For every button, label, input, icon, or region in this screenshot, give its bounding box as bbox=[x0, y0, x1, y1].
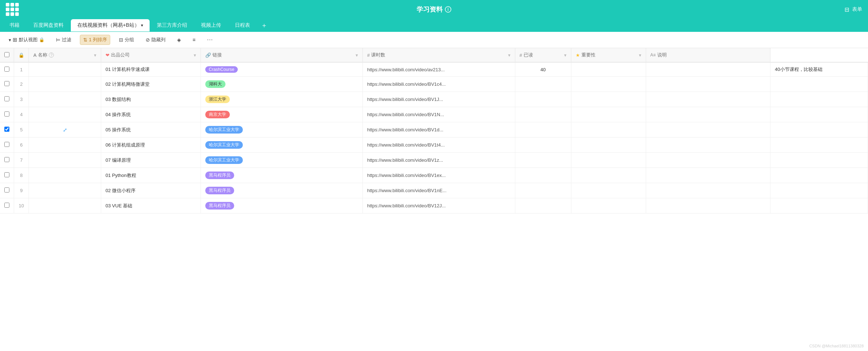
row-importance-cell[interactable] bbox=[646, 183, 770, 198]
row-checkbox[interactable] bbox=[4, 67, 9, 72]
row-checkbox-cell[interactable] bbox=[0, 138, 14, 153]
row-importance-cell[interactable] bbox=[646, 198, 770, 213]
row-checkbox[interactable] bbox=[4, 96, 9, 101]
row-lessons-cell[interactable] bbox=[515, 168, 571, 183]
row-company-cell[interactable]: 黑马程序员 bbox=[201, 198, 362, 213]
read-col-sort-icon[interactable]: ▾ bbox=[564, 52, 567, 58]
row-importance-cell[interactable] bbox=[646, 138, 770, 153]
row-name-cell[interactable]: 01 计算机科学速成课 bbox=[101, 62, 201, 77]
row-read-cell[interactable] bbox=[571, 183, 646, 198]
link-col-sort-icon[interactable]: ▾ bbox=[356, 52, 358, 58]
th-read[interactable]: # 已读 ▾ bbox=[515, 48, 571, 62]
row-lessons-cell[interactable] bbox=[515, 92, 571, 107]
th-link[interactable]: 🔗 链接 ▾ bbox=[201, 48, 362, 62]
row-importance-cell[interactable] bbox=[646, 92, 770, 107]
row-company-cell[interactable]: 哈尔滨工业大学 bbox=[201, 153, 362, 168]
row-importance-cell[interactable] bbox=[646, 77, 770, 92]
row-name-cell[interactable]: 02 计算机网络微课堂 bbox=[101, 77, 201, 92]
tab-third[interactable]: 第三方库介绍 bbox=[150, 19, 194, 31]
group-button[interactable]: ⊟ 分组 bbox=[116, 35, 137, 45]
more-button[interactable]: ··· bbox=[204, 35, 216, 45]
info-icon[interactable]: i bbox=[445, 6, 451, 13]
row-read-cell[interactable] bbox=[571, 198, 646, 213]
row-checkbox[interactable] bbox=[4, 187, 9, 193]
row-checkbox[interactable] bbox=[4, 157, 9, 162]
row-importance-cell[interactable] bbox=[646, 153, 770, 168]
row-company-cell[interactable]: CrashCourse bbox=[201, 62, 362, 77]
row-read-cell[interactable] bbox=[571, 153, 646, 168]
importance-col-sort-icon[interactable]: ▾ bbox=[639, 52, 641, 58]
row-link-cell[interactable]: https://www.bilibili.com/video/BV1N... bbox=[362, 107, 515, 122]
row-name-cell[interactable]: 07 编译原理 bbox=[101, 153, 201, 168]
row-note-cell[interactable] bbox=[770, 183, 868, 198]
row-read-cell[interactable] bbox=[571, 138, 646, 153]
tab-schedule[interactable]: 日程表 bbox=[228, 19, 257, 31]
tab-video[interactable]: 在线视频资料（网易+B站） ▾ bbox=[71, 19, 150, 31]
row-lessons-cell[interactable] bbox=[515, 122, 571, 138]
row-importance-cell[interactable] bbox=[646, 168, 770, 183]
row-checkbox[interactable] bbox=[4, 111, 9, 117]
sort-button[interactable]: ⇅ 1 列排序 bbox=[80, 35, 110, 45]
row-checkbox[interactable] bbox=[4, 203, 9, 208]
company-col-sort-icon[interactable]: ▾ bbox=[194, 52, 196, 58]
row-read-cell[interactable] bbox=[571, 168, 646, 183]
row-link-cell[interactable]: https://www.bilibili.com/video/BV1d... bbox=[362, 122, 515, 138]
row-checkbox-cell[interactable] bbox=[0, 168, 14, 183]
row-note-cell[interactable] bbox=[770, 138, 868, 153]
tab-upload[interactable]: 视频上传 bbox=[194, 19, 228, 31]
row-company-cell[interactable]: 黑马程序员 bbox=[201, 168, 362, 183]
row-lessons-cell[interactable]: 40 bbox=[515, 62, 571, 77]
row-name-cell[interactable]: 05 操作系统 bbox=[101, 122, 201, 138]
row-company-cell[interactable]: 哈尔滨工业大学 bbox=[201, 138, 362, 153]
row-link-cell[interactable]: https://www.bilibili.com/video/BV1c4... bbox=[362, 77, 515, 92]
row-lessons-cell[interactable] bbox=[515, 153, 571, 168]
view-dropdown[interactable]: ▾ ⊞ 默认视图 🔒 bbox=[6, 35, 47, 45]
row-note-cell[interactable] bbox=[770, 77, 868, 92]
row-link-cell[interactable]: https://www.bilibili.com/video/BV1z... bbox=[362, 153, 515, 168]
row-checkbox[interactable] bbox=[4, 81, 9, 86]
row-checkbox[interactable] bbox=[4, 142, 9, 147]
select-all-checkbox[interactable] bbox=[4, 52, 9, 57]
row-name-cell[interactable]: 03 数据结构 bbox=[101, 92, 201, 107]
row-checkbox-cell[interactable] bbox=[0, 92, 14, 107]
row-link-cell[interactable]: https://www.bilibili.com/video/BV1t4... bbox=[362, 138, 515, 153]
row-importance-cell[interactable] bbox=[646, 62, 770, 77]
row-lessons-cell[interactable] bbox=[515, 77, 571, 92]
row-importance-cell[interactable] bbox=[646, 122, 770, 138]
row-note-cell[interactable] bbox=[770, 122, 868, 138]
row-link-cell[interactable]: https://www.bilibili.com/video/av213... bbox=[362, 62, 515, 77]
row-name-cell[interactable]: 02 微信小程序 bbox=[101, 183, 201, 198]
tab-baidu[interactable]: 百度网盘资料 bbox=[27, 19, 70, 31]
row-read-cell[interactable] bbox=[571, 107, 646, 122]
th-importance[interactable]: ★ 重要性 ▾ bbox=[571, 48, 646, 62]
row-height-button[interactable]: ≡ bbox=[190, 35, 198, 44]
row-name-cell[interactable]: 03 VUE 基础 bbox=[101, 198, 201, 213]
filter-button[interactable]: ⊨ 过滤 bbox=[53, 35, 74, 45]
th-checkbox[interactable] bbox=[0, 48, 14, 62]
row-checkbox-cell[interactable] bbox=[0, 122, 14, 138]
row-link-cell[interactable]: https://www.bilibili.com/video/BV1J... bbox=[362, 92, 515, 107]
tab-add-button[interactable]: ＋ bbox=[257, 19, 271, 32]
row-name-cell[interactable]: 06 计算机组成原理 bbox=[101, 138, 201, 153]
expand-icon[interactable]: ⤢ bbox=[63, 127, 67, 133]
row-name-cell[interactable]: 01 Python教程 bbox=[101, 168, 201, 183]
row-note-cell[interactable] bbox=[770, 107, 868, 122]
row-read-cell[interactable] bbox=[571, 92, 646, 107]
row-link-cell[interactable]: https://www.bilibili.com/video/BV1nE... bbox=[362, 183, 515, 198]
row-note-cell[interactable] bbox=[770, 92, 868, 107]
row-checkbox-cell[interactable] bbox=[0, 77, 14, 92]
row-company-cell[interactable]: 湖科大 bbox=[201, 77, 362, 92]
row-checkbox[interactable] bbox=[4, 127, 9, 132]
hide-columns-button[interactable]: ⊘ 隐藏列 bbox=[143, 35, 168, 45]
row-name-cell[interactable]: 04 操作系统 bbox=[101, 107, 201, 122]
row-note-cell[interactable]: 40小节课程，比较基础 bbox=[770, 62, 868, 77]
row-lessons-cell[interactable] bbox=[515, 198, 571, 213]
row-link-cell[interactable]: https://www.bilibili.com/video/BV12J... bbox=[362, 198, 515, 213]
row-checkbox-cell[interactable] bbox=[0, 198, 14, 213]
th-lessons[interactable]: # 课时数 ▾ bbox=[362, 48, 515, 62]
row-note-cell[interactable] bbox=[770, 198, 868, 213]
app-logo[interactable] bbox=[6, 3, 19, 16]
row-read-cell[interactable] bbox=[571, 62, 646, 77]
color-button[interactable]: ◈ bbox=[174, 35, 184, 44]
header-right[interactable]: ⊟ 表单 bbox=[845, 6, 862, 13]
